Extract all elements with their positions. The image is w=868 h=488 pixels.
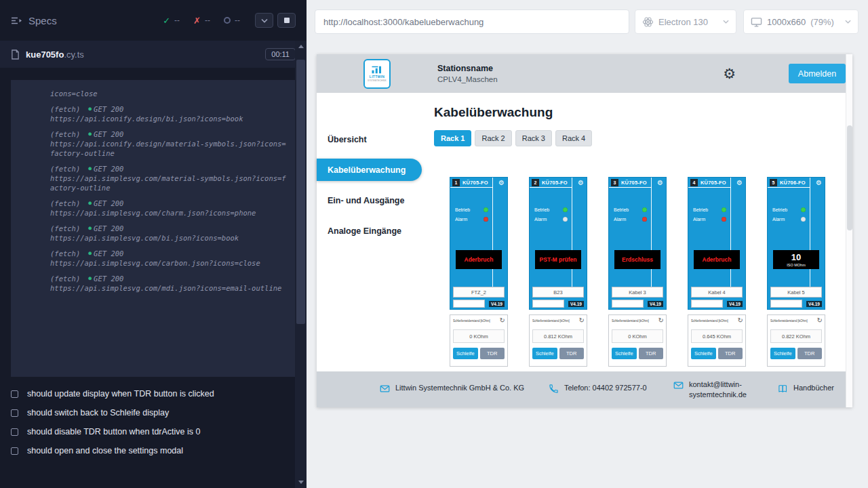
blank-field xyxy=(691,300,723,308)
tdr-button[interactable]: TDR xyxy=(639,348,664,359)
specs-menu-button[interactable]: Specs xyxy=(11,15,57,26)
schleife-button[interactable]: Schleife xyxy=(691,348,716,359)
electron-icon xyxy=(642,16,654,28)
status-dot-icon: ● xyxy=(88,224,92,233)
test-item[interactable]: should disable TDR button when tdrActive… xyxy=(11,422,296,441)
sidebar-item-ein-und-ausg-nge[interactable]: Ein- und Ausgänge xyxy=(317,185,422,216)
schleife-button[interactable]: Schleife xyxy=(532,348,557,359)
refresh-icon[interactable]: ↻ xyxy=(658,317,663,324)
card-settings-gear-icon[interactable]: ⚙ xyxy=(498,178,505,187)
command-log: icons=close(fetch)●GET 200https://api.ic… xyxy=(11,80,296,377)
resistance-label: Schleifenwiderstand [kOhm] xyxy=(612,319,649,323)
log-entry[interactable]: (fetch)●GET 200https://api.simplesvg.com… xyxy=(50,274,286,293)
cable-name-field[interactable]: Kabel 4 xyxy=(691,287,743,298)
schleife-button[interactable]: Schleife xyxy=(770,348,795,359)
resistance-value: 0 KOhm xyxy=(453,329,505,343)
refresh-icon[interactable]: ↻ xyxy=(499,317,505,324)
fetch-label: (fetch) xyxy=(50,224,80,233)
refresh-icon[interactable]: ↻ xyxy=(578,317,584,324)
reporter-header: Specs ✓-- ✗-- -- xyxy=(0,0,307,41)
refresh-icon[interactable]: ↻ xyxy=(737,317,743,324)
sidebar-item-kabel-berwachung[interactable]: Kabelüberwachung xyxy=(317,159,422,181)
betrieb-label: Betrieb xyxy=(455,207,470,212)
footer-item[interactable]: Littwin Systemtechnik GmbH & Co. KG xyxy=(380,383,531,396)
spec-timer: 00:11 xyxy=(265,48,296,60)
footer-item[interactable]: kontakt@littwin-systemtechnik.de xyxy=(673,380,760,400)
test-item[interactable]: should switch back to Schleife display xyxy=(11,403,296,422)
logout-button[interactable]: Abmelden xyxy=(789,64,846,83)
alarm-led xyxy=(722,217,726,222)
cable-name-field[interactable]: Kabel 5 xyxy=(770,287,822,298)
card-settings-gear-icon[interactable]: ⚙ xyxy=(578,178,584,187)
url-input[interactable]: http://localhost:3000/kabelueberwachung xyxy=(315,9,629,34)
log-entry[interactable]: (fetch)●GET 200https://api.simplesvg.com… xyxy=(50,199,286,218)
betrieb-led xyxy=(563,207,568,212)
app-scrollbar-thumb[interactable] xyxy=(847,125,852,230)
card-settings-gear-icon[interactable]: ⚙ xyxy=(816,178,822,187)
collapse-button[interactable] xyxy=(255,13,273,28)
firmware-version: V4.19 xyxy=(568,301,584,307)
tdr-button[interactable]: TDR xyxy=(559,348,585,359)
viewport-select[interactable]: 1000x660 (79%) xyxy=(743,9,859,34)
resistance-panel: Schleifenwiderstand [kOhm]↻0 KOhmSchleif… xyxy=(450,314,508,367)
alarm-led xyxy=(642,217,647,222)
app-scrollbar[interactable] xyxy=(846,54,852,407)
footer-item[interactable]: Telefon: 04402 972577-0 xyxy=(549,383,656,396)
blank-field xyxy=(532,300,564,308)
cable-name-field[interactable]: FTZ_2 xyxy=(453,287,505,298)
betrieb-led xyxy=(642,207,647,212)
tab-rack-4[interactable]: Rack 4 xyxy=(555,130,592,146)
card-settings-gear-icon[interactable]: ⚙ xyxy=(657,178,663,187)
card-settings-gear-icon[interactable]: ⚙ xyxy=(736,178,743,187)
status-code: GET 200 xyxy=(94,164,123,174)
log-entry[interactable]: (fetch)●GET 200https://api.simplesvg.com… xyxy=(50,224,286,243)
footer-item[interactable]: Handbücher xyxy=(778,383,834,396)
blank-field xyxy=(770,300,802,308)
log-entry[interactable]: (fetch)●GET 200https://api.simplesvg.com… xyxy=(50,164,286,192)
resistance-label: Schleifenwiderstand [kOhm] xyxy=(770,319,808,323)
cable-name-field[interactable]: Kabel 3 xyxy=(612,287,663,298)
email-icon xyxy=(380,383,390,396)
log-entry[interactable]: (fetch)●GET 200https://api.iconify.desig… xyxy=(50,129,286,158)
betrieb-led xyxy=(801,207,806,212)
specs-label: Specs xyxy=(28,15,57,26)
cards-row: 1KÜ705-FO⚙BetriebAlarmAderbruchFTZ_2V4.1… xyxy=(450,177,852,367)
schleife-button[interactable]: Schleife xyxy=(612,348,637,359)
log-entry[interactable]: icons=close xyxy=(50,89,286,98)
tab-rack-2[interactable]: Rack 2 xyxy=(475,130,511,146)
device-card: 5KÜ706-FO⚙BetriebAlarm10ISO MOhmKabel 5V… xyxy=(767,177,825,367)
reporter-scrollbar[interactable] xyxy=(295,41,307,488)
tdr-button[interactable]: TDR xyxy=(480,348,505,359)
test-item[interactable]: should open and close the settings modal xyxy=(11,441,296,460)
scroll-up-arrow[interactable] xyxy=(295,41,307,52)
betrieb-led xyxy=(722,207,726,212)
tdr-button[interactable]: TDR xyxy=(718,348,743,359)
test-item[interactable]: should update display when TDR button is… xyxy=(11,384,296,403)
footer-text: kontakt@littwin-systemtechnik.de xyxy=(689,380,760,400)
sidebar-item-analoge-eing-nge[interactable]: Analoge Eingänge xyxy=(317,216,422,246)
schleife-button[interactable]: Schleife xyxy=(453,348,478,359)
rack-tabs: Rack 1Rack 2Rack 3Rack 4 xyxy=(434,130,852,146)
refresh-icon[interactable]: ↻ xyxy=(816,317,822,324)
status-display: Aderbruch xyxy=(694,250,740,269)
scrollbar-thumb[interactable] xyxy=(296,60,305,324)
firmware-version: V4.19 xyxy=(727,301,743,307)
browser-select[interactable]: Electron 130 xyxy=(635,9,736,34)
tdr-button[interactable]: TDR xyxy=(797,348,823,359)
log-entry[interactable]: (fetch)●GET 200https://api.iconify.desig… xyxy=(50,104,286,123)
cable-name-field[interactable]: B23 xyxy=(532,287,584,298)
stop-button[interactable] xyxy=(277,13,296,28)
sidebar-item--bersicht[interactable]: Übersicht xyxy=(317,124,422,155)
spec-header[interactable]: kue705fo.cy.ts 00:11 xyxy=(0,41,307,68)
settings-gear-icon[interactable]: ⚙ xyxy=(723,66,736,81)
app-content: Kabelüberwachung Rack 1Rack 2Rack 3Rack … xyxy=(422,93,852,371)
tab-rack-1[interactable]: Rack 1 xyxy=(434,130,471,146)
fetch-label: (fetch) xyxy=(50,104,80,114)
check-icon: ✓ xyxy=(163,16,170,26)
tab-rack-3[interactable]: Rack 3 xyxy=(515,130,552,146)
scroll-down-arrow[interactable] xyxy=(295,476,307,488)
firmware-version: V4.19 xyxy=(489,301,505,307)
chevron-down-icon xyxy=(723,20,729,24)
log-entry[interactable]: (fetch)●GET 200https://api.simplesvg.com… xyxy=(50,249,286,268)
stat-passed: ✓-- xyxy=(163,16,180,26)
